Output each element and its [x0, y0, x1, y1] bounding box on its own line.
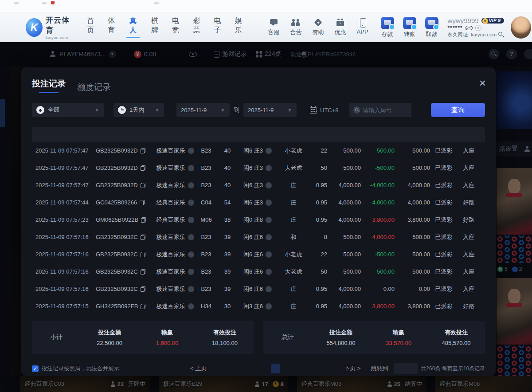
- cell-table-no: B23: [195, 286, 217, 292]
- cell-bet-time: 2025-11-09 07:57:44: [32, 199, 96, 206]
- cell-play: 庄: [278, 216, 309, 224]
- table-row: 2025-11-09 07:57:47 GB2325B0932D 极速百家乐 B…: [32, 176, 485, 194]
- nav-item[interactable]: 体育: [106, 16, 117, 38]
- cell-winloss: 4,000.00: [364, 234, 397, 240]
- cell-game-mode: 好路: [455, 199, 482, 207]
- cell-game-type: 经典百家乐: [155, 216, 195, 224]
- cell-play: 小老虎: [278, 147, 309, 155]
- prev-page-button[interactable]: < 上页: [190, 365, 207, 372]
- cell-winloss: -500.00: [364, 147, 397, 154]
- date-from-dropdown[interactable]: 2025-11-9 ▼: [176, 103, 230, 117]
- quick-link[interactable]: 赞助: [310, 18, 326, 36]
- nav-item[interactable]: 电子: [211, 16, 223, 38]
- page-number[interactable]: [256, 364, 265, 373]
- avatar[interactable]: [510, 16, 532, 39]
- cell-play: 大老虎: [278, 268, 309, 276]
- copy-icon[interactable]: [141, 235, 145, 240]
- cell-valid-bet: 3,800.00: [397, 216, 433, 223]
- next-page-button[interactable]: 下页 >: [344, 365, 360, 372]
- main-header: K 开云体育 kaiyun.com 首页体育真人棋牌电竞彩票电子娱乐 客服 合营…: [0, 12, 532, 42]
- close-icon[interactable]: ×: [479, 78, 486, 88]
- cell-odds: 0.95: [309, 182, 330, 188]
- copy-icon[interactable]: [141, 304, 145, 309]
- game-type-icon: [188, 303, 194, 310]
- round-search-input[interactable]: [363, 107, 407, 114]
- timezone-toggle[interactable]: UTC+8: [310, 106, 339, 114]
- deposit-icon: [381, 17, 394, 29]
- page-number[interactable]: [212, 364, 221, 373]
- cell-result: 闲6 庄6: [238, 285, 278, 293]
- copy-icon[interactable]: [141, 165, 145, 171]
- nav-item[interactable]: 首页: [84, 16, 96, 38]
- page-number: [315, 364, 324, 373]
- wallet-link[interactable]: 转账: [401, 17, 419, 38]
- copy-icon[interactable]: [140, 200, 145, 205]
- date-to-dropdown[interactable]: 2025-11-9 ▼: [243, 103, 297, 117]
- nav-item[interactable]: 棋牌: [149, 16, 160, 38]
- cell-table-no: B23: [195, 234, 217, 240]
- cell-table-no: H34: [195, 303, 217, 310]
- page-number[interactable]: [300, 364, 309, 373]
- quick-link[interactable]: 合营: [288, 18, 304, 36]
- summary-column: 输赢 1,600.00: [138, 329, 196, 346]
- game-type-icon: [188, 182, 194, 188]
- copy-icon[interactable]: [141, 148, 145, 153]
- strip-mark: [154, 2, 159, 4]
- modal-tab[interactable]: 额度记录: [77, 82, 111, 93]
- strip-mark: [42, 2, 47, 4]
- modal-tab[interactable]: 投注记录: [32, 78, 66, 93]
- cell-winloss: -4,000.00: [364, 182, 397, 188]
- cell-bet-amount: 500.00: [330, 147, 364, 154]
- page-number[interactable]: [286, 364, 294, 373]
- page-number[interactable]: [329, 364, 338, 373]
- copy-icon[interactable]: [141, 217, 146, 223]
- eye-off-icon[interactable]: [466, 26, 473, 30]
- cell-game-mode: 入座: [455, 251, 482, 259]
- refresh-circle-icon[interactable]: [475, 25, 481, 31]
- summary-column: 投注金额 554,800.00: [312, 329, 370, 346]
- cell-valid-bet: 0.00: [397, 286, 433, 292]
- vip-gem-icon: V: [482, 18, 488, 24]
- cell-status: 已派彩: [433, 199, 455, 207]
- result-icon: [266, 148, 272, 154]
- magnifier-icon[interactable]: [498, 31, 504, 38]
- cell-bet-amount: 500.00: [330, 251, 364, 258]
- withdraw-icon: [425, 17, 438, 29]
- modal-tabs: 投注记录额度记录: [32, 78, 485, 93]
- page-number[interactable]: [242, 364, 250, 373]
- copy-icon[interactable]: [141, 183, 145, 188]
- copy-icon[interactable]: [141, 252, 145, 257]
- quick-link[interactable]: 客服: [266, 18, 282, 36]
- chevron-down-icon: ▼: [155, 107, 160, 113]
- quick-link[interactable]: APP: [355, 18, 371, 36]
- vip-badge: V VIP 9: [481, 18, 505, 24]
- wallet-link[interactable]: 存款: [379, 17, 396, 38]
- cell-bet-amount: 4,000.00: [330, 286, 364, 292]
- cell-bet-amount: 4,000.00: [330, 303, 364, 310]
- nav-item[interactable]: 彩票: [191, 16, 203, 38]
- cell-status: 已派彩: [433, 181, 455, 189]
- copy-icon[interactable]: [141, 286, 145, 292]
- time-range-dropdown[interactable]: 1天内 ▼: [113, 103, 164, 117]
- nav-item[interactable]: 真人: [126, 16, 140, 38]
- merge-checkbox[interactable]: ✓: [32, 365, 39, 372]
- cell-table-no: B23: [195, 182, 217, 188]
- result-icon: [266, 182, 272, 188]
- cell-odds: 0.95: [309, 199, 330, 206]
- summary-column: 输赢 33,570.00: [370, 329, 427, 346]
- category-dropdown[interactable]: ♠ 全部 ▼: [32, 103, 104, 117]
- jump-page-input[interactable]: [394, 363, 418, 374]
- cell-table-no: B23: [195, 251, 217, 258]
- query-button[interactable]: 查询: [431, 103, 485, 117]
- quick-link[interactable]: 优惠: [332, 18, 348, 36]
- nav-item[interactable]: 娱乐: [232, 16, 244, 38]
- result-icon: [266, 286, 272, 292]
- cell-game-id: GB2325B0932D: [96, 147, 155, 154]
- cell-play: 小老虎: [278, 251, 309, 259]
- cell-table-no: C04: [195, 199, 217, 206]
- wallet-link[interactable]: 取款: [423, 17, 441, 38]
- copy-icon[interactable]: [141, 269, 145, 274]
- brand-logo[interactable]: K 开云体育 kaiyun.com: [26, 15, 74, 40]
- page-number[interactable]: [271, 364, 280, 373]
- nav-item[interactable]: 电竞: [169, 16, 181, 38]
